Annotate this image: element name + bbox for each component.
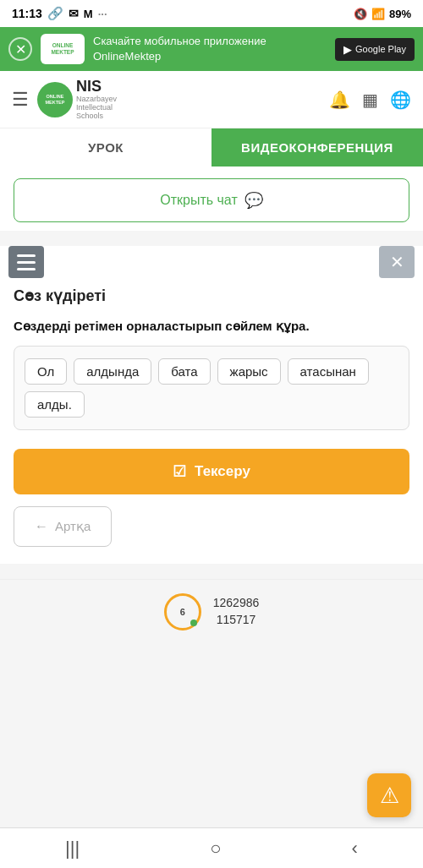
bottom-home-icon: ○: [210, 838, 221, 859]
footer-circle-label: 6: [180, 607, 185, 617]
word-chip-3[interactable]: жарыс: [217, 358, 281, 385]
nav-logo-circle: ONLINE MEKTEP: [37, 82, 73, 117]
hamburger-line-3: [17, 268, 36, 270]
bottom-menu-icon: |||: [65, 838, 80, 859]
bell-icon[interactable]: 🔔: [329, 90, 350, 110]
banner-logo-text: ONLINE MEKTEP: [51, 42, 74, 56]
word-chip-text-2: бата: [171, 364, 197, 379]
hamburger-lines: [17, 254, 36, 270]
status-right-area: 🔇 📶 89%: [354, 8, 411, 20]
nav-left-section: ☰ ONLINE MEKTEP NIS Nazarbayev Intellect…: [12, 78, 117, 121]
close-icon: ✕: [15, 41, 26, 57]
banner-logo: ONLINE MEKTEP: [41, 34, 85, 64]
footer-section: 6 1262986 115717: [0, 579, 423, 639]
globe-icon[interactable]: 🌐: [390, 90, 411, 110]
chat-icon: 💬: [244, 191, 263, 210]
bottom-back-icon: ‹: [352, 838, 358, 859]
word-chip-text-4: атасынан: [300, 364, 356, 379]
back-label: Артқа: [55, 519, 91, 534]
word-chip-text-5: алды.: [37, 397, 72, 412]
status-bar: 11:13 🔗 ✉ M ··· 🔇 📶 89%: [0, 0, 423, 27]
exercise-instruction: Сөздерді ретімен орналастырып сөйлем құр…: [14, 319, 409, 334]
tab-videoconference[interactable]: ВИДЕОКОНФЕРЕНЦИЯ: [212, 128, 423, 167]
nav-menu-icon[interactable]: ☰: [12, 89, 29, 111]
hamburger-line-2: [17, 261, 36, 264]
word-chip-4[interactable]: атасынан: [288, 358, 369, 385]
tab-urok[interactable]: УРОК: [0, 128, 212, 167]
word-chip-0[interactable]: Ол: [25, 358, 67, 385]
banner-text: Скачайте мобильное приложение OnlineMekt…: [93, 34, 327, 64]
nav-right-section: 🔔 ▦ 🌐: [329, 90, 411, 110]
time-label: 11:13: [12, 7, 42, 20]
warning-fab-button[interactable]: ⚠: [367, 773, 411, 817]
mail-icon: ✉: [69, 7, 79, 20]
battery-label: 89%: [389, 8, 411, 20]
word-area: Ол алдында бата жарыс атасынан алды.: [14, 346, 409, 430]
google-play-button[interactable]: ▶ Google Play: [335, 38, 415, 61]
footer-online-dot: [190, 620, 197, 626]
exercise-section: Сөз күдіреті Сөздерді ретімен орналастыр…: [0, 278, 423, 564]
open-chat-button[interactable]: Открыть чат 💬: [14, 178, 409, 222]
word-chip-1[interactable]: алдында: [74, 358, 151, 385]
chat-button-section: Открыть чат 💬: [0, 167, 423, 231]
signal-icon: M: [84, 8, 93, 20]
nav-logo-text: ONLINE MEKTEP: [46, 94, 65, 105]
check-icon: ☑: [173, 462, 186, 481]
banner-close-button[interactable]: ✕: [8, 37, 32, 61]
warning-icon: ⚠: [380, 783, 399, 809]
bottom-nav-back-button[interactable]: ‹: [335, 831, 375, 866]
chat-label: Открыть чат: [160, 193, 238, 208]
grid-icon[interactable]: ▦: [362, 90, 378, 110]
footer-num2: 115717: [213, 612, 260, 629]
bottom-nav-menu-button[interactable]: |||: [48, 831, 96, 866]
word-chip-text-0: Ол: [37, 364, 54, 379]
exercise-title: Сөз күдіреті: [14, 287, 409, 305]
check-label: Тексеру: [195, 463, 250, 480]
back-button[interactable]: ← Артқа: [14, 506, 112, 547]
navigation-bar: ☰ ONLINE MEKTEP NIS Nazarbayev Intellect…: [0, 71, 423, 128]
hamburger-line-1: [17, 254, 36, 257]
tab-urok-label: УРОК: [88, 140, 124, 155]
mute-icon: 🔇: [354, 8, 367, 20]
exercise-close-button[interactable]: ✕: [379, 246, 415, 278]
nis-sublabel: Nazarbayev Intellectual Schools: [76, 96, 117, 121]
whatsapp-icon: 🔗: [47, 6, 63, 21]
word-chip-2[interactable]: бата: [158, 358, 210, 385]
exercise-hamburger-button[interactable]: [8, 246, 44, 278]
bottom-spacer: [0, 639, 423, 723]
play-icon: ▶: [343, 43, 352, 56]
tabs-bar: УРОК ВИДЕОКОНФЕРЕНЦИЯ: [0, 128, 423, 167]
app-banner: ✕ ONLINE MEKTEP Скачайте мобильное прило…: [0, 27, 423, 71]
tab-videoconference-label: ВИДЕОКОНФЕРЕНЦИЯ: [241, 140, 393, 155]
footer-numbers: 1262986 115717: [213, 595, 260, 628]
google-play-label: Google Play: [355, 44, 406, 54]
status-time-area: 11:13 🔗 ✉ M ···: [12, 6, 107, 21]
bottom-navigation: ||| ○ ‹: [0, 827, 423, 868]
exercise-menu-bar: ✕: [0, 246, 423, 278]
wifi-icon: 📶: [371, 8, 385, 20]
ellipsis-icon: ···: [98, 8, 107, 20]
nis-label: NIS: [76, 78, 117, 96]
word-chip-text-3: жарыс: [230, 364, 268, 379]
back-arrow-icon: ←: [35, 519, 48, 534]
footer-num1: 1262986: [213, 595, 260, 612]
word-chip-text-1: алдында: [86, 364, 139, 379]
bottom-nav-home-button[interactable]: ○: [193, 831, 238, 866]
nis-label-group: NIS Nazarbayev Intellectual Schools: [76, 78, 117, 121]
nav-logo-group: ONLINE MEKTEP NIS Nazarbayev Intellectua…: [37, 78, 117, 121]
content-area: ✕ Сөз күдіреті Сөздерді ретімен орналаст…: [0, 246, 423, 564]
footer-circle-avatar: 6: [164, 593, 201, 631]
word-chip-5[interactable]: алды.: [25, 391, 85, 418]
close-x-icon: ✕: [390, 252, 404, 272]
check-button[interactable]: ☑ Тексеру: [14, 449, 409, 494]
